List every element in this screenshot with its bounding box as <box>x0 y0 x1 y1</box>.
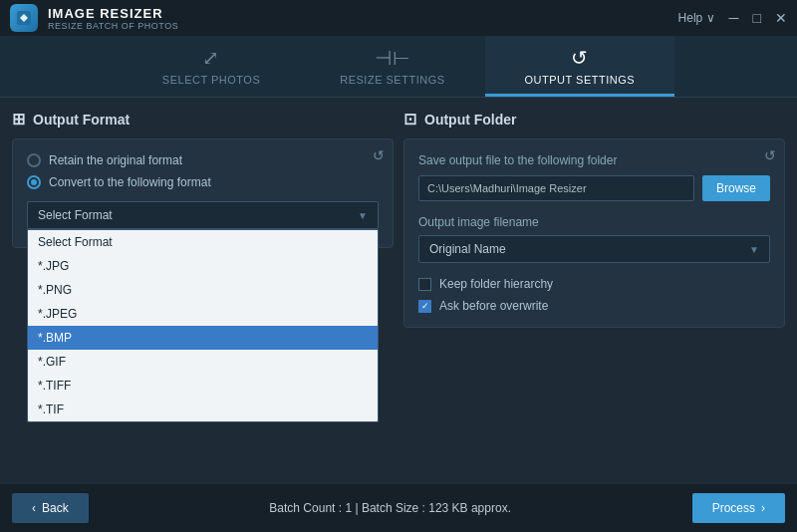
retain-original-radio[interactable]: Retain the original format <box>27 153 379 167</box>
resize-settings-icon: ⊣⊢ <box>375 46 409 70</box>
output-format-icon: ⊞ <box>12 110 25 129</box>
nav-tabs: ⤢ SELECT PHOTOS ⊣⊢ RESIZE SETTINGS ↺ OUT… <box>0 36 797 98</box>
retain-original-radio-circle <box>27 153 41 167</box>
back-arrow-icon: ‹ <box>32 501 36 515</box>
convert-format-radio[interactable]: Convert to the following format <box>27 175 379 189</box>
format-dropdown-container: Select Format ▼ Select Format *.JPG *.PN… <box>27 201 379 229</box>
output-settings-icon: ↺ <box>571 46 589 70</box>
dropdown-arrow-icon: ▼ <box>358 210 368 221</box>
format-radio-group: Retain the original format Convert to th… <box>27 153 379 189</box>
output-folder-header: ⊡ Output Folder <box>403 110 785 129</box>
right-panel: ⊡ Output Folder ↺ Save output file to th… <box>403 110 785 472</box>
title-bar: IMAGE RESIZER RESIZE BATCH OF PHOTOS Hel… <box>0 0 797 36</box>
main-content: ⊞ Output Format ↺ Retain the original fo… <box>0 98 797 484</box>
format-option-tif[interactable]: *.TIF <box>28 398 378 421</box>
back-label: Back <box>42 501 69 515</box>
title-bar-left: IMAGE RESIZER RESIZE BATCH OF PHOTOS <box>10 4 178 32</box>
format-option-gif[interactable]: *.GIF <box>28 350 378 374</box>
back-button[interactable]: ‹ Back <box>12 493 89 523</box>
process-arrow-icon: › <box>761 501 765 515</box>
output-format-header: ⊞ Output Format <box>12 110 394 129</box>
retain-original-label: Retain the original format <box>49 153 182 167</box>
format-dropdown[interactable]: Select Format ▼ <box>27 201 379 229</box>
batch-info: Batch Count : 1 | Batch Size : 123 KB ap… <box>269 501 511 515</box>
output-folder-icon: ⊡ <box>403 110 416 129</box>
title-bar-controls: Help ∨ ─ □ ✕ <box>678 11 787 25</box>
save-folder-label: Save output file to the following folder <box>418 153 770 167</box>
batch-count-label: Batch Count : <box>269 501 345 515</box>
left-panel: ⊞ Output Format ↺ Retain the original fo… <box>12 110 394 472</box>
app-icon <box>10 4 38 32</box>
format-option-select[interactable]: Select Format <box>28 230 378 254</box>
maximize-button[interactable]: □ <box>753 11 761 25</box>
keep-hierarchy-checkbox[interactable]: Keep folder hierarchy <box>418 277 770 291</box>
process-button[interactable]: Process › <box>692 493 785 523</box>
folder-reset-button[interactable]: ↺ <box>764 147 776 163</box>
output-folder-title: Output Folder <box>424 112 517 128</box>
ask-overwrite-checkbox[interactable]: Ask before overwrite <box>418 299 770 313</box>
tab-select-photos-label: SELECT PHOTOS <box>162 74 260 86</box>
output-format-box: ↺ Retain the original format Convert to … <box>12 138 394 248</box>
browse-button[interactable]: Browse <box>702 175 770 201</box>
tab-resize-settings-label: RESIZE SETTINGS <box>340 74 444 86</box>
batch-count-value: 1 <box>345 501 352 515</box>
format-dropdown-list: Select Format *.JPG *.PNG *.JPEG *.BMP *… <box>27 229 379 422</box>
format-reset-button[interactable]: ↺ <box>373 147 385 163</box>
batch-size-label: Batch Size : <box>362 501 428 515</box>
format-option-jpg[interactable]: *.JPG <box>28 254 378 278</box>
folder-path-row: C:\Users\Madhuri\Image Resizer Browse <box>418 175 770 201</box>
format-option-bmp[interactable]: *.BMP <box>28 326 378 350</box>
ask-overwrite-checkbox-box <box>418 300 431 313</box>
output-format-title: Output Format <box>33 112 130 128</box>
convert-format-label: Convert to the following format <box>49 175 211 189</box>
format-option-png[interactable]: *.PNG <box>28 278 378 302</box>
batch-size-value: 123 KB approx. <box>428 501 511 515</box>
select-photos-icon: ⤢ <box>202 46 220 70</box>
filename-dropdown-arrow-icon: ▼ <box>749 244 759 255</box>
minimize-button[interactable]: ─ <box>729 11 739 25</box>
tab-resize-settings[interactable]: ⊣⊢ RESIZE SETTINGS <box>300 36 484 97</box>
help-button[interactable]: Help ∨ <box>678 11 715 25</box>
output-folder-box: ↺ Save output file to the following fold… <box>403 138 785 328</box>
app-title: IMAGE RESIZER <box>48 6 178 21</box>
filename-label: Output image filename <box>418 215 770 229</box>
format-dropdown-value: Select Format <box>38 208 113 222</box>
ask-overwrite-label: Ask before overwrite <box>439 299 548 313</box>
filename-value: Original Name <box>429 242 506 256</box>
tab-output-settings-label: OUTPUT SETTINGS <box>525 74 636 86</box>
keep-hierarchy-checkbox-box <box>418 278 431 291</box>
format-option-jpeg[interactable]: *.JPEG <box>28 302 378 326</box>
close-button[interactable]: ✕ <box>775 11 787 25</box>
app-subtitle: RESIZE BATCH OF PHOTOS <box>48 21 178 31</box>
process-label: Process <box>712 501 755 515</box>
tab-output-settings[interactable]: ↺ OUTPUT SETTINGS <box>485 36 675 97</box>
tab-select-photos[interactable]: ⤢ SELECT PHOTOS <box>123 36 300 97</box>
convert-format-radio-circle <box>27 175 41 189</box>
bottom-bar: ‹ Back Batch Count : 1 | Batch Size : 12… <box>0 484 797 532</box>
title-bar-text: IMAGE RESIZER RESIZE BATCH OF PHOTOS <box>48 6 178 31</box>
format-option-tiff[interactable]: *.TIFF <box>28 374 378 398</box>
checkbox-group: Keep folder hierarchy Ask before overwri… <box>418 277 770 313</box>
filename-dropdown[interactable]: Original Name ▼ <box>418 235 770 263</box>
folder-path-display: C:\Users\Madhuri\Image Resizer <box>418 175 694 201</box>
keep-hierarchy-label: Keep folder hierarchy <box>439 277 553 291</box>
